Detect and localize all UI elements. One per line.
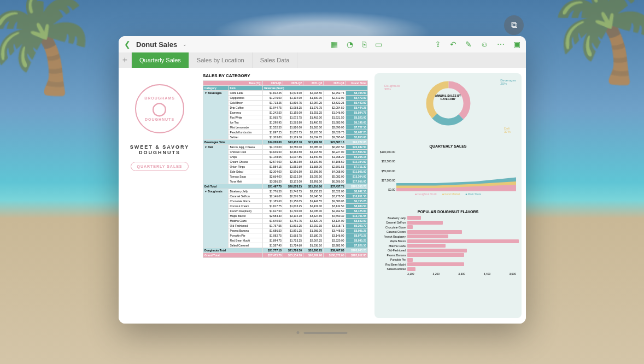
collaborate-icon[interactable]: ▣ bbox=[513, 40, 520, 49]
x-tick: 3,300 bbox=[458, 272, 465, 275]
bar-row: Old-Fashioned bbox=[380, 249, 516, 253]
add-sheet-button[interactable]: + bbox=[119, 52, 132, 68]
spreadsheet-window: ❮ Donut Sales ⌄ ▦ ◔ ⎘ ▭ ⇪ ↶ ✎ ☺ ⋯ ▣ + Qu… bbox=[119, 36, 526, 324]
y-tick: $27,500.00 bbox=[380, 179, 395, 182]
donut-label-beverages: Beverages25% bbox=[500, 79, 516, 85]
donut-label-deli: Deli37% bbox=[504, 127, 511, 133]
area-chart[interactable]: QUARTERLY SALES $110,000.00 $82,500.00 $… bbox=[380, 144, 516, 204]
bar-row: Peanut Banana bbox=[380, 253, 516, 257]
bar-row: Matcha Glaze bbox=[380, 244, 516, 248]
bar-row: Chocolate Glaze bbox=[380, 225, 516, 229]
sheet-content: BROUGHAMS ◯ DOUGHNUTS SWEET & SAVORY DOU… bbox=[119, 68, 526, 324]
document-title[interactable]: Donut Sales bbox=[136, 40, 177, 49]
palm-tree-decoration: 🌴 bbox=[543, 0, 644, 88]
bar-row: French Raspberry bbox=[380, 234, 516, 238]
legend-item: Food Market bbox=[442, 192, 460, 196]
bar-row: Red Bean Mochi bbox=[380, 262, 516, 266]
y-tick: $55,000.00 bbox=[380, 169, 395, 173]
copy-icon: ⧉ bbox=[511, 20, 517, 30]
tab-sales-data[interactable]: Sales Data bbox=[253, 52, 298, 68]
bar-row: Salted Caramel bbox=[380, 267, 516, 271]
x-tick: 3,200 bbox=[433, 272, 440, 275]
x-tick: 3,400 bbox=[484, 272, 491, 275]
more-icon[interactable]: ⋯ bbox=[497, 40, 505, 49]
media-icon[interactable]: ▭ bbox=[375, 40, 382, 49]
bar-chart[interactable]: POPULAR DOUGHNUT FLAVORS Blueberry Jelly… bbox=[380, 210, 516, 286]
toolbar: ▦ ◔ ⎘ ▭ ⇪ ↶ ✎ ☺ ⋯ ▣ bbox=[331, 40, 520, 49]
area-chart-title: QUARTERLY SALES bbox=[380, 144, 516, 148]
back-button[interactable]: ❮ bbox=[124, 40, 131, 49]
bar-row: Pumpkin Pie bbox=[380, 258, 516, 262]
bar-row: Blueberry Jelly bbox=[380, 216, 516, 220]
bar-row: Maple Bacon bbox=[380, 239, 516, 243]
logo-text-bottom: DOUGHNUTS bbox=[145, 118, 174, 121]
y-tick: $110,000.00 bbox=[380, 150, 395, 154]
sales-table[interactable]: Date (YQ)2021-Q12021-Q22021-Q32021-Q4Gra… bbox=[203, 80, 368, 258]
y-tick: $0.00 bbox=[380, 188, 395, 191]
brand-tagline-1: SWEET & SAVORY bbox=[130, 144, 190, 150]
indicator-bar bbox=[304, 332, 348, 334]
indicator-dot bbox=[297, 331, 300, 334]
brand-tagline-2: DOUGHNUTS bbox=[139, 150, 180, 155]
brand-badge: QUARTERLY SALES bbox=[131, 162, 188, 171]
data-table-panel: SALES BY CATEGORY Date (YQ)2021-Q12021-Q… bbox=[201, 68, 370, 324]
chevron-down-icon[interactable]: ⌄ bbox=[183, 42, 187, 47]
bar-row: Caramel Saffron bbox=[380, 221, 516, 225]
logo-text-top: BROUGHAMS bbox=[144, 96, 175, 100]
format-brush-icon[interactable]: ✎ bbox=[465, 40, 472, 49]
bar-chart-title: POPULAR DOUGHNUT FLAVORS bbox=[380, 210, 516, 214]
undo-icon[interactable]: ↶ bbox=[450, 40, 456, 49]
y-tick: $82,500.00 bbox=[380, 160, 395, 163]
donut-icon: ◯ bbox=[152, 101, 167, 116]
brand-panel: BROUGHAMS ◯ DOUGHNUTS SWEET & SAVORY DOU… bbox=[119, 68, 201, 324]
legend-item: Main Store bbox=[465, 192, 481, 196]
overlay-control-button[interactable]: ⧉ bbox=[504, 15, 524, 35]
x-tick: 3,100 bbox=[407, 272, 414, 275]
comment-icon[interactable]: ☺ bbox=[481, 40, 488, 49]
table-title: SALES BY CATEGORY bbox=[203, 73, 368, 78]
x-tick: 3,500 bbox=[509, 272, 516, 275]
palm-tree-decoration: 🌴 bbox=[0, 0, 101, 99]
tab-quarterly-sales[interactable]: Quarterly Sales bbox=[132, 52, 189, 68]
chart-icon[interactable]: ◔ bbox=[347, 40, 353, 49]
sheet-tabs: + Quarterly Sales Sales by Location Sale… bbox=[119, 52, 526, 68]
legend-item: Doughnut Truck bbox=[415, 192, 437, 196]
bar-row: Coconut Cream bbox=[380, 230, 516, 234]
home-indicator[interactable] bbox=[297, 331, 348, 334]
table-icon[interactable]: ▦ bbox=[331, 40, 338, 49]
donut-center-label: ANNUAL SALES BY CATEGORY bbox=[435, 94, 462, 101]
tab-sales-by-location[interactable]: Sales by Location bbox=[189, 52, 253, 68]
donut-chart[interactable]: ANNUAL SALES BY CATEGORY Doughnuts38% Be… bbox=[380, 79, 516, 139]
charts-panel: ANNUAL SALES BY CATEGORY Doughnuts38% Be… bbox=[374, 73, 522, 318]
brand-logo: BROUGHAMS ◯ DOUGHNUTS bbox=[135, 84, 184, 133]
share-icon[interactable]: ⇪ bbox=[435, 40, 441, 49]
donut-label-doughnuts: Doughnuts38% bbox=[384, 84, 400, 91]
titlebar: ❮ Donut Sales ⌄ ▦ ◔ ⎘ ▭ ⇪ ↶ ✎ ☺ ⋯ ▣ bbox=[119, 36, 526, 52]
text-icon[interactable]: ⎘ bbox=[362, 40, 366, 49]
